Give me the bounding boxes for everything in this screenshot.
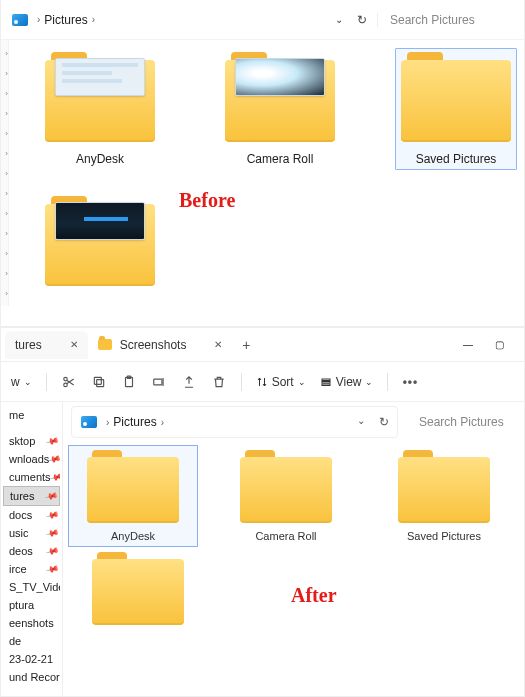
breadcrumb-box[interactable]: › Pictures › ⌄ ↻ bbox=[71, 406, 398, 438]
sidebar-item[interactable]: me bbox=[3, 406, 60, 424]
close-tab-icon[interactable]: ✕ bbox=[70, 339, 78, 350]
refresh-icon[interactable]: ↻ bbox=[357, 13, 367, 27]
sidebar-item[interactable]: deos📌 bbox=[3, 542, 60, 560]
breadcrumb-chevron-icon[interactable]: › bbox=[37, 14, 40, 25]
refresh-icon[interactable]: ↻ bbox=[379, 415, 389, 429]
folder-thumbnail bbox=[235, 58, 325, 96]
folder-item[interactable]: Saved Pictures bbox=[379, 450, 509, 542]
folder-item-selected[interactable]: AnyDesk bbox=[68, 445, 198, 547]
folder-item[interactable]: AnyDesk bbox=[39, 52, 161, 166]
recent-dropdown-icon[interactable]: ⌄ bbox=[357, 415, 365, 429]
folder-item[interactable] bbox=[39, 196, 161, 296]
sidebar-item[interactable]: 23-02-21 bbox=[3, 650, 60, 668]
explorer-window-after: tures ✕ Screenshots ✕ + ― ▢ w⌄ Sort⌄ Vie… bbox=[0, 327, 525, 697]
annotation-after: After bbox=[291, 584, 337, 607]
minimize-button[interactable]: ― bbox=[463, 339, 473, 350]
breadcrumb-location[interactable]: Pictures bbox=[44, 13, 87, 27]
maximize-button[interactable]: ▢ bbox=[495, 339, 504, 350]
svg-rect-8 bbox=[322, 381, 330, 383]
pin-icon: 📌 bbox=[44, 489, 59, 503]
pin-icon: 📌 bbox=[45, 434, 60, 448]
toolbar: w⌄ Sort⌄ View⌄ ••• bbox=[1, 362, 524, 402]
annotation-before: Before bbox=[179, 189, 235, 212]
share-icon[interactable] bbox=[181, 374, 197, 390]
svg-rect-9 bbox=[322, 384, 330, 386]
folder-tab-icon bbox=[98, 339, 112, 350]
folder-thumbnail bbox=[55, 58, 145, 96]
pin-icon: 📌 bbox=[45, 508, 60, 522]
folder-icon bbox=[92, 552, 184, 626]
cut-icon[interactable] bbox=[61, 374, 77, 390]
folder-label: Camera Roll bbox=[247, 152, 314, 166]
breadcrumb-location[interactable]: Pictures bbox=[113, 415, 156, 429]
svg-rect-6 bbox=[153, 379, 161, 385]
breadcrumb-chevron-icon[interactable]: › bbox=[92, 14, 95, 25]
delete-icon[interactable] bbox=[211, 374, 227, 390]
folder-label: Camera Roll bbox=[255, 530, 316, 542]
sidebar-item[interactable]: irce📌 bbox=[3, 560, 60, 578]
tab-active[interactable]: tures ✕ bbox=[5, 331, 88, 359]
search-input[interactable]: Search Pictures bbox=[377, 13, 514, 27]
sidebar-item[interactable]: docs📌 bbox=[3, 506, 60, 524]
svg-rect-7 bbox=[322, 379, 330, 381]
folder-icon bbox=[45, 196, 155, 286]
folder-item-selected[interactable]: Saved Pictures bbox=[395, 48, 517, 170]
pictures-library-icon bbox=[11, 11, 29, 29]
sidebar-item[interactable]: wnloads📌 bbox=[3, 450, 60, 468]
copy-icon[interactable] bbox=[91, 374, 107, 390]
folder-grid: AnyDesk Camera Roll Saved Pictures bbox=[9, 40, 524, 306]
pin-icon: 📌 bbox=[45, 562, 60, 576]
tab-bar: tures ✕ Screenshots ✕ + ― ▢ bbox=[1, 328, 524, 362]
pin-icon: 📌 bbox=[45, 544, 60, 558]
svg-rect-2 bbox=[96, 379, 103, 386]
new-button[interactable]: w⌄ bbox=[11, 375, 32, 389]
folder-item[interactable] bbox=[73, 552, 203, 632]
paste-icon[interactable] bbox=[121, 374, 137, 390]
folder-thumbnail bbox=[55, 202, 145, 240]
folder-icon bbox=[225, 52, 335, 142]
folder-icon bbox=[398, 450, 490, 524]
sidebar-item[interactable]: eenshots bbox=[3, 614, 60, 632]
sidebar-item[interactable]: usic📌 bbox=[3, 524, 60, 542]
address-bar: › Pictures › ⌄ ↻ Search Pictures bbox=[63, 402, 524, 442]
nav-pane-sliver: ››››››››››››› bbox=[1, 40, 9, 306]
folder-item[interactable]: Camera Roll bbox=[219, 52, 341, 166]
recent-dropdown-icon[interactable]: ⌄ bbox=[335, 14, 343, 25]
close-tab-icon[interactable]: ✕ bbox=[214, 339, 222, 350]
sort-button[interactable]: Sort⌄ bbox=[256, 375, 306, 389]
sidebar-item[interactable]: ptura bbox=[3, 596, 60, 614]
tab[interactable]: Screenshots ✕ bbox=[88, 331, 233, 359]
more-icon[interactable]: ••• bbox=[402, 374, 418, 390]
tab-label: tures bbox=[15, 338, 42, 352]
tab-label: Screenshots bbox=[120, 338, 187, 352]
pictures-library-icon bbox=[80, 413, 98, 431]
sidebar-item-active[interactable]: tures📌 bbox=[3, 486, 60, 506]
address-bar: › Pictures › ⌄ ↻ Search Pictures bbox=[1, 0, 524, 40]
nav-pane: me sktop📌 wnloads📌 cuments📌 tures📌 docs📌… bbox=[1, 402, 63, 696]
new-tab-button[interactable]: + bbox=[232, 337, 260, 353]
breadcrumb-chevron-icon[interactable]: › bbox=[161, 417, 164, 428]
sidebar-item[interactable]: cuments📌 bbox=[3, 468, 60, 486]
folder-item[interactable]: Camera Roll bbox=[221, 450, 351, 542]
rename-icon[interactable] bbox=[151, 374, 167, 390]
folder-label: AnyDesk bbox=[76, 152, 124, 166]
view-button[interactable]: View⌄ bbox=[320, 375, 374, 389]
folder-label: AnyDesk bbox=[111, 530, 155, 542]
sidebar-item[interactable]: sktop📌 bbox=[3, 432, 60, 450]
folder-grid: AnyDesk Camera Roll Saved Pictures bbox=[63, 442, 524, 696]
pin-icon: 📌 bbox=[48, 452, 60, 466]
explorer-window-before: › Pictures › ⌄ ↻ Search Pictures ›››››››… bbox=[0, 0, 525, 327]
folder-icon bbox=[401, 52, 511, 142]
breadcrumb-chevron-icon[interactable]: › bbox=[106, 417, 109, 428]
sidebar-item[interactable]: und Recording bbox=[3, 668, 60, 686]
folder-label: Saved Pictures bbox=[416, 152, 497, 166]
pin-icon: 📌 bbox=[45, 526, 60, 540]
search-input[interactable]: Search Pictures bbox=[408, 408, 516, 436]
folder-label: Saved Pictures bbox=[407, 530, 481, 542]
sidebar-item[interactable]: de bbox=[3, 632, 60, 650]
folder-icon bbox=[87, 450, 179, 524]
folder-icon bbox=[240, 450, 332, 524]
folder-icon bbox=[45, 52, 155, 142]
svg-rect-3 bbox=[94, 377, 101, 384]
sidebar-item[interactable]: S_TV_Video📌 bbox=[3, 578, 60, 596]
